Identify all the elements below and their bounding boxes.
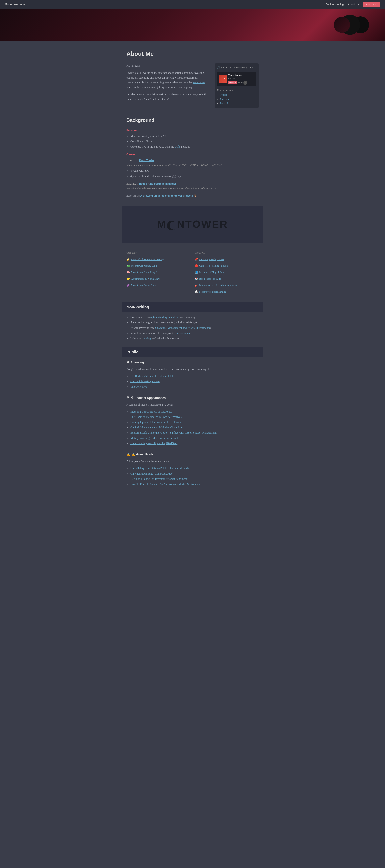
podcast-item-0: Investing Q&A Khe Hy of RadReads [130,409,259,414]
creations-header: Creations [126,251,191,255]
floor-trader-link[interactable]: Floor Trader [139,159,154,162]
podcast-link-5[interactable]: Mutiny Investing Podcast with Jason Buck [130,437,179,440]
music-player[interactable]: WILD Venice Venture Big Wild PREVIEW ⏮ •… [217,71,256,87]
hero-banner [0,9,385,41]
nav-links: Book A Meeting About Me Subscribe [326,2,380,7]
guest-post-3: How To Educate Yourself As An Investor (… [130,482,259,486]
venue-link-0[interactable]: UC Berkeley's Quant Investment Club [130,375,174,378]
personal-header: Personal [126,128,259,132]
podcast-list: Investing Q&A Khe Hy of RadReads The Gam… [126,409,259,446]
social-linkedin: LinkedIn [220,101,256,105]
options-analytics-link[interactable]: options trading analytics [150,316,178,319]
career-desc-1: Made option markets in various pits in N… [126,163,259,167]
curation-emoji-5: 🎲 [194,290,198,294]
twitter-link[interactable]: Twitter [220,93,227,96]
music-image-placeholder: WILD [221,78,225,81]
guest-post-link-0[interactable]: On Self-Experimentation (Pathless by Pau… [130,467,189,470]
creation-item-1: 💵 Moontower Money Wiki [126,264,191,268]
career-desc-2: Started and ran the commodity options bu… [126,186,259,190]
curation-link-0[interactable]: Favorite posts by others [199,257,224,261]
speaking-venues: UC Berkeley's Quant Investment Club On D… [126,374,259,389]
active-management-link[interactable]: On Active Management and Private Investm… [155,326,210,329]
creation-link-1[interactable]: Moontower Money Wiki [131,264,157,268]
wife-link[interactable]: wife [175,145,180,148]
guest-posts-list: On Self-Experimentation (Pathless by Pau… [126,466,259,487]
creation-item-0: 🍌 Index of all Moontower writing [126,257,191,262]
moon-shape-left [340,15,360,35]
nav-book-meeting[interactable]: Book A Meeting [326,2,344,7]
social-title: Find me on social: [217,88,256,92]
play-button[interactable]: ▶ [244,81,248,85]
moontower-logo-section: M NTOWER [122,206,263,243]
curation-item-5: 🎲 Moontower Boardgaming [194,290,259,294]
subscribe-button[interactable]: Subscribe [363,2,380,7]
career-year-3: 2018-Today: A growing universe of Moonto… [126,194,259,198]
career-item-1-1: 4 years as founder of a market-making gr… [130,174,259,179]
music-card: 🎵 Put on some tunes and stay while WILD … [215,63,259,108]
creation-emoji-0: 🍌 [126,257,130,262]
local-social-club-link[interactable]: local social club [174,332,192,335]
guest-posts-block: ✍ ✍ Guest Posts A few posts I've done fo… [126,452,259,486]
nav-about-me[interactable]: About Me [348,2,359,7]
tutoring-link[interactable]: tutoring [142,337,151,340]
venue-link-1[interactable]: On Deck Investing course [130,380,160,383]
podcast-link-6[interactable]: Understanding Volatility with @10kDiver [130,442,178,445]
substack-link[interactable]: Substack [220,98,229,100]
endurance-link[interactable]: endurance [193,81,204,84]
creation-emoji-1: 💵 [126,264,130,268]
music-artist: Big Wild [228,77,255,80]
podcast-link-2[interactable]: Gaming Option Orders with Pirates of Fin… [130,421,183,424]
curation-emoji-3: 📚 [194,277,198,281]
non-writing-item-2: Private investing (see On Active Managem… [130,326,259,330]
rewind-icon[interactable]: ⏮ [238,81,240,85]
music-header-text: Put on some tunes and stay while [221,66,253,70]
moontower-link[interactable]: A growing universe of Moontower projects… [140,194,197,197]
podcast-item-5: Mutiny Investing Podcast with Jason Buck [130,436,259,440]
non-writing-item-1: Angel and emerging fund investments (inc… [130,320,259,325]
podcast-link-4[interactable]: Exploring Life Under the (Option) Surfac… [130,431,217,434]
navbar: Moontowermeta Book A Meeting About Me Su… [0,0,385,9]
curation-link-4[interactable]: Moontower music and music videos [199,283,237,287]
personal-item-1: Cornell alum (Econ) [130,140,259,144]
creation-emoji-4: 👾 [126,283,130,288]
linkedin-link[interactable]: LinkedIn [220,102,229,105]
podcast-icon: 🎙 [126,396,129,400]
creation-link-3[interactable]: Affirmations & North Stars [131,277,160,281]
about-grid: Hi, I'm Kris. I write a lot of words on … [126,63,259,108]
non-writing-header-row: Non-Writing [122,302,263,312]
curation-item-3: 📚 Book Ideas For Kids [194,277,259,281]
guest-post-link-2[interactable]: Decision Making For Investors (Market Se… [130,477,188,480]
nav-brand: Moontowermeta [5,2,25,7]
hedge-fund-link[interactable]: Hedge fund portfolio manager [139,182,176,185]
career-period-3: 2018-Today: A growing universe of Moonto… [126,194,259,198]
non-writing-item-4: Volunteer tutoring in Oakland public sch… [130,336,259,341]
curation-link-3[interactable]: Book Ideas For Kids [199,277,221,281]
hero-logo [340,15,369,35]
curation-link-1[interactable]: Guides To Reading | Loved [199,264,228,268]
speaking-block: 🎙 Speaking I've given educational talks … [126,360,259,389]
page-title: About Me [126,49,259,59]
podcast-link-1[interactable]: The Game of Trading With RSM Alternative… [130,415,182,418]
curation-link-2[interactable]: Investment Blogs I Read [199,270,225,274]
career-header: Career [126,152,259,157]
podcast-link-0[interactable]: Investing Q&A Khe Hy of RadReads [130,410,172,413]
podcast-link-3[interactable]: On Risk Management with Market Champions [130,426,183,429]
creation-link-4[interactable]: Moontower Quant Codex [131,283,158,287]
creation-link-2[interactable]: Moontower Brain Plug-In [131,270,158,274]
venue-2: The Collective [130,385,259,389]
speaking-icon: 🎙 [126,360,129,365]
podcast-block: 🎙 🎙 Podcast Appearances A sample of nich… [126,396,259,446]
logo-moon-icon [167,219,177,229]
curation-item-2: 📘 Investment Blogs I Read [194,270,259,275]
curation-emoji-0: 📌 [194,257,198,262]
guest-post-2: Decision Making For Investors (Market Se… [130,477,259,481]
guest-post-link-3[interactable]: How To Educate Yourself As An Investor (… [130,483,199,486]
guest-post-link-1[interactable]: On Having An Edge (Composer.trade) [130,472,173,475]
curation-link-5[interactable]: Moontower Boardgaming [199,290,226,294]
creation-link-0[interactable]: Index of all Moontower writing [131,257,164,261]
creations-curations-grid: Creations 🍌 Index of all Moontower writi… [126,251,259,296]
venue-link-2[interactable]: The Collective [130,385,147,388]
main-content: About Me Hi, I'm Kris. I write a lot of … [122,41,263,501]
curation-emoji-4: 🎸 [194,283,198,288]
creation-item-4: 👾 Moontower Quant Codex [126,283,191,288]
